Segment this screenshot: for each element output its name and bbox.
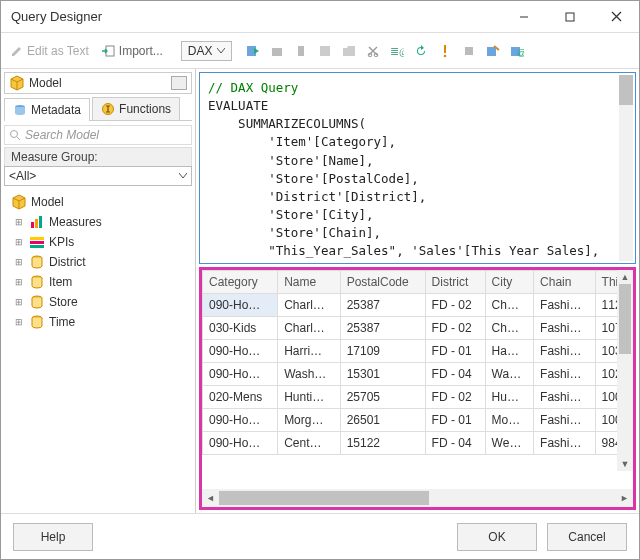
table-row[interactable]: 030-KidsCharl…25387FD - 02Ch…Fashi…107 <box>203 317 633 340</box>
tree-item[interactable]: ⊞Time <box>7 312 189 332</box>
table-cell: 090-Ho… <box>203 363 278 386</box>
window-title: Query Designer <box>1 9 501 24</box>
expand-icon[interactable]: ⊞ <box>13 257 25 267</box>
tool-icon-1[interactable] <box>268 42 286 60</box>
table-cell: Fashi… <box>534 386 596 409</box>
minimize-button[interactable] <box>501 1 547 33</box>
language-value: DAX <box>188 44 213 58</box>
svg-rect-21 <box>31 222 34 228</box>
measures-icon <box>29 214 45 230</box>
cancel-button[interactable]: Cancel <box>547 523 627 551</box>
ok-button[interactable]: OK <box>457 523 537 551</box>
scroll-right-arrow[interactable]: ► <box>616 493 633 503</box>
expand-icon[interactable]: ⊞ <box>13 217 25 227</box>
tree-item[interactable]: ⊞KPIs <box>7 232 189 252</box>
tool-icon-3[interactable] <box>316 42 334 60</box>
run-icon[interactable] <box>244 42 262 60</box>
table-cell: Hu… <box>485 386 533 409</box>
measure-group-dropdown[interactable]: <All> <box>4 166 192 186</box>
close-button[interactable] <box>593 1 639 33</box>
import-label: Import... <box>119 44 163 58</box>
tool-icon-2[interactable] <box>292 42 310 60</box>
table-row[interactable]: 090-Ho…Charl…25387FD - 02Ch…Fashi…112 <box>203 294 633 317</box>
table-cell: 25705 <box>340 386 425 409</box>
table-row[interactable]: 090-Ho…Cent…15122FD - 04We…Fashi…984 <box>203 432 633 455</box>
scroll-up-arrow[interactable]: ▲ <box>619 270 632 284</box>
table-cell: 15122 <box>340 432 425 455</box>
search-icon <box>9 129 21 141</box>
cube-icon <box>9 75 25 91</box>
svg-rect-7 <box>298 46 304 56</box>
column-header[interactable]: Category <box>203 271 278 294</box>
language-dropdown[interactable]: DAX <box>181 41 232 61</box>
table-row[interactable]: 020-MensHunti…25705FD - 02Hu…Fashi…100 <box>203 386 633 409</box>
scroll-down-arrow[interactable]: ▼ <box>619 457 632 471</box>
footer: Help OK Cancel <box>1 513 639 559</box>
column-header[interactable]: Name <box>278 271 341 294</box>
warning-icon[interactable] <box>436 42 454 60</box>
svg-line-20 <box>17 137 20 140</box>
table-row[interactable]: 090-Ho…Morg…26501FD - 01Mo…Fashi…100 <box>203 409 633 432</box>
expand-icon[interactable]: ⊞ <box>13 297 25 307</box>
edit-as-text-button[interactable]: Edit as Text <box>7 42 93 60</box>
table-cell: Wash… <box>278 363 341 386</box>
svg-rect-25 <box>30 237 44 240</box>
svg-rect-6 <box>272 48 282 56</box>
tree-item[interactable]: ⊞Measures <box>7 212 189 232</box>
column-header[interactable]: PostalCode <box>340 271 425 294</box>
tree-root[interactable]: Model <box>7 192 189 212</box>
search-model-input[interactable]: Search Model <box>4 125 192 145</box>
refresh-icon[interactable] <box>412 42 430 60</box>
table-row[interactable]: 090-Ho…Wash…15301FD - 04Wa…Fashi…102 <box>203 363 633 386</box>
table-cell: Fashi… <box>534 432 596 455</box>
model-select-icon[interactable] <box>171 76 187 90</box>
query-scroll-thumb[interactable] <box>619 75 633 105</box>
scroll-left-arrow[interactable]: ◄ <box>202 493 219 503</box>
import-button[interactable]: Import... <box>97 42 167 60</box>
table-cell: FD - 01 <box>425 340 485 363</box>
table-cell: Charl… <box>278 294 341 317</box>
model-header[interactable]: Model <box>4 72 192 94</box>
table-icon <box>29 294 45 310</box>
column-header[interactable]: Chain <box>534 271 596 294</box>
tree-item[interactable]: ⊞Store <box>7 292 189 312</box>
cut-icon[interactable] <box>364 42 382 60</box>
tree-item-label: Store <box>49 295 78 309</box>
tree-item-label: Time <box>49 315 75 329</box>
expand-icon[interactable]: ⊞ <box>13 237 25 247</box>
tree-item[interactable]: ⊞District <box>7 252 189 272</box>
query-icon[interactable]: @ <box>508 42 526 60</box>
table-cell: We… <box>485 432 533 455</box>
tab-metadata[interactable]: Metadata <box>4 98 90 121</box>
results-hscrollbar[interactable]: ◄ ► <box>202 489 633 507</box>
table-row[interactable]: 090-Ho…Harri…17109FD - 01Ha…Fashi…103 <box>203 340 633 363</box>
table-cell: FD - 02 <box>425 386 485 409</box>
cube-icon <box>11 194 27 210</box>
tree-item[interactable]: ⊞Item <box>7 272 189 292</box>
pencil-icon <box>11 45 23 57</box>
expand-icon[interactable]: ⊞ <box>13 277 25 287</box>
column-header[interactable]: City <box>485 271 533 294</box>
vscroll-thumb[interactable] <box>619 284 631 354</box>
param-icon[interactable]: ≣@ <box>388 42 406 60</box>
folder-icon[interactable] <box>340 42 358 60</box>
results-vscrollbar[interactable]: ▲ ▼ <box>617 270 633 471</box>
table-cell: Wa… <box>485 363 533 386</box>
query-editor[interactable]: // DAX Query EVALUATE SUMMARIZECOLUMNS( … <box>199 72 636 264</box>
hscroll-thumb[interactable] <box>219 491 429 505</box>
maximize-button[interactable] <box>547 1 593 33</box>
svg-text:≣@: ≣@ <box>390 45 404 57</box>
svg-point-12 <box>443 54 446 57</box>
measure-group-label: Measure Group: <box>4 147 192 166</box>
stop-icon[interactable] <box>460 42 478 60</box>
table-cell: 020-Mens <box>203 386 278 409</box>
table-cell: Cent… <box>278 432 341 455</box>
design-icon[interactable] <box>484 42 502 60</box>
column-header[interactable]: District <box>425 271 485 294</box>
expand-icon[interactable]: ⊞ <box>13 317 25 327</box>
table-cell: 090-Ho… <box>203 409 278 432</box>
svg-rect-14 <box>487 47 496 56</box>
tab-functions[interactable]: Functions <box>92 97 180 120</box>
help-button[interactable]: Help <box>13 523 93 551</box>
table-cell: Fashi… <box>534 340 596 363</box>
